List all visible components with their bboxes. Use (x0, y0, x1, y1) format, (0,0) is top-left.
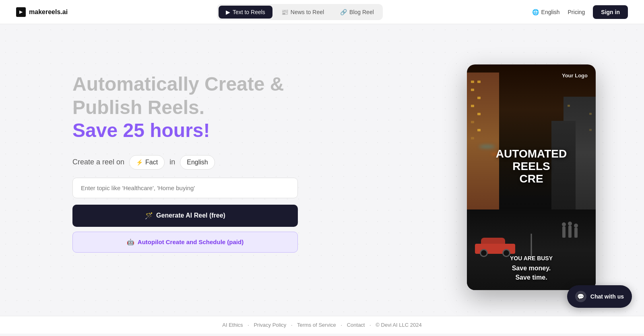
hero-title-part1: Automatically Create & Publish Reels. (72, 73, 284, 118)
tab-blog-reel[interactable]: 🔗 Blog Reel (333, 6, 381, 19)
create-row: Create a reel on ⚡ Fact in English (72, 155, 298, 170)
link-icon: 🔗 (340, 9, 347, 15)
reel-bottom-line-2: Save money. (475, 264, 588, 273)
navbar: ▶ makereels.ai ▶ Text to Reels 📰 News to… (0, 0, 644, 24)
person-2 (574, 228, 578, 238)
window-light (589, 129, 592, 131)
video-icon: ▶ (226, 9, 230, 15)
footer-dot-2: · (291, 322, 293, 328)
hero-title-accent: Save 25 hours! (72, 120, 210, 141)
language-dropdown-label: English (187, 159, 208, 166)
nav-tabs: ▶ Text to Reels 📰 News to Reel 🔗 Blog Re… (217, 4, 383, 20)
language-dropdown[interactable]: English (180, 155, 215, 170)
generate-button[interactable]: 🪄 Generate AI Reel (free) (72, 205, 298, 227)
footer-ai-ethics[interactable]: AI Ethics (222, 322, 243, 328)
fact-dropdown[interactable]: ⚡ Fact (129, 155, 165, 170)
reel-line-1: AUTOMATED (479, 148, 584, 160)
robot-icon: 🤖 (127, 239, 134, 246)
footer-dot-4: · (369, 322, 371, 328)
language-label: English (541, 9, 560, 15)
topic-input[interactable] (72, 178, 298, 198)
reel-main-text: AUTOMATED REELS CRE (475, 148, 588, 185)
window-light (477, 129, 481, 131)
footer-dot-1: · (248, 322, 249, 328)
reel-background: Your Logo AUTOMATED REELS CRE YOU ARE BU… (467, 64, 596, 290)
window-light (471, 137, 474, 139)
reel-bottom-text: YOU ARE BUSY Save money. Save time. (475, 255, 588, 282)
window-light (477, 113, 481, 115)
footer-copyright: © Devi AI LLC 2024 (376, 322, 421, 328)
reel-preview: Your Logo AUTOMATED REELS CRE YOU ARE BU… (467, 64, 596, 290)
logo[interactable]: ▶ makereels.ai (16, 7, 68, 17)
fact-label: Fact (145, 159, 158, 166)
hero-section: Automatically Create & Publish Reels. Sa… (0, 24, 644, 316)
brand-name: makereels.ai (29, 8, 68, 16)
tab-text-to-reels[interactable]: ▶ Text to Reels (219, 6, 272, 19)
create-label: Create a reel on (72, 158, 124, 166)
footer-contact[interactable]: Contact (347, 322, 365, 328)
chat-button[interactable]: 💬 Chat with us (567, 285, 632, 308)
window-light (477, 97, 481, 99)
footer-dot-3: · (341, 322, 342, 328)
globe-icon: 🌐 (532, 9, 539, 15)
reel-line-2: REELS (479, 160, 584, 173)
window-light (471, 121, 474, 123)
footer-terms[interactable]: Terms of Service (297, 322, 336, 328)
window-light (568, 105, 570, 107)
nav-right: 🌐 English Pricing Sign in (532, 5, 628, 19)
language-button[interactable]: 🌐 English (532, 9, 560, 15)
window-light (477, 81, 481, 83)
reel-bottom-line-1: YOU ARE BUSY (475, 255, 588, 263)
reel-line-3: CRE (479, 173, 584, 185)
chat-label: Chat with us (590, 293, 624, 300)
signin-button[interactable]: Sign in (593, 5, 628, 19)
generate-button-label: Generate AI Reel (free) (156, 212, 225, 219)
building-1 (467, 73, 499, 209)
autopilot-button[interactable]: 🤖 Autopilot Create and Schedule (paid) (72, 232, 298, 253)
nav-tab-group: ▶ Text to Reels 📰 News to Reel 🔗 Blog Re… (217, 4, 383, 20)
person-3 (562, 226, 566, 238)
window-light (471, 105, 474, 107)
tab-news-to-reel[interactable]: 📰 News to Reel (274, 6, 331, 19)
fact-icon: ⚡ (136, 159, 143, 166)
window-light (589, 113, 592, 115)
footer-privacy-policy[interactable]: Privacy Policy (254, 322, 286, 328)
tab-blog-reel-label: Blog Reel (349, 9, 374, 15)
chat-icon: 💬 (575, 291, 586, 302)
reel-bottom-line-3: Save time. (475, 273, 588, 282)
footer: AI Ethics · Privacy Policy · Terms of Se… (0, 316, 644, 334)
autopilot-button-label: Autopilot Create and Schedule (paid) (138, 239, 244, 245)
window-light (471, 81, 474, 83)
tab-text-to-reels-label: Text to Reels (233, 9, 265, 15)
wand-icon: 🪄 (145, 212, 153, 220)
hero-left: Automatically Create & Publish Reels. Sa… (72, 56, 298, 253)
hero-title: Automatically Create & Publish Reels. Sa… (72, 73, 298, 142)
car (475, 238, 515, 254)
tab-news-to-reel-label: News to Reel (291, 9, 324, 15)
reel-logo: Your Logo (475, 73, 588, 79)
person-1 (568, 226, 572, 238)
pricing-link[interactable]: Pricing (568, 9, 585, 15)
logo-icon: ▶ (16, 7, 26, 17)
in-label: in (169, 158, 175, 166)
window-light (471, 89, 474, 91)
news-icon: 📰 (281, 9, 288, 15)
